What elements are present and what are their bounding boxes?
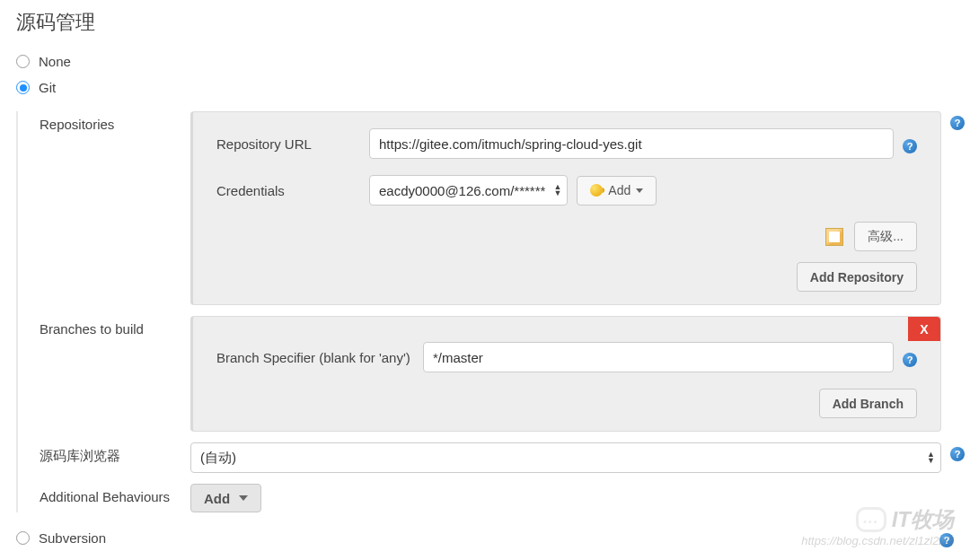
edit-icon[interactable]	[825, 228, 843, 246]
repo-browser-value: (自动)	[200, 450, 236, 467]
scm-option-none[interactable]: None	[0, 48, 970, 74]
radio-label-none: None	[39, 54, 71, 69]
select-arrows-icon: ▲▼	[927, 451, 935, 464]
branches-label: Branches to build	[40, 316, 181, 337]
repo-browser-row: 源码库浏览器 (自动) ▲▼ ?	[40, 442, 965, 473]
repository-panel: Repository URL ? Credentials eacdy0000@1…	[190, 111, 941, 305]
branch-panel: X Branch Specifier (blank for 'any') ? A…	[190, 316, 941, 432]
add-credentials-button[interactable]: Add	[577, 176, 657, 206]
repo-url-input[interactable]	[369, 128, 894, 159]
radio-label-git: Git	[39, 80, 56, 95]
key-icon	[590, 184, 603, 197]
select-arrows-icon: ▲▼	[553, 184, 561, 197]
caret-down-icon	[239, 495, 248, 501]
add-credentials-label: Add	[608, 183, 630, 197]
help-icon[interactable]: ?	[903, 139, 917, 153]
scm-option-git[interactable]: Git	[0, 74, 970, 101]
help-icon[interactable]: ?	[950, 116, 965, 130]
add-behaviour-button[interactable]: Add	[190, 484, 261, 512]
caret-down-icon	[636, 188, 643, 193]
credentials-value: eacdy0000@126.com/******	[379, 183, 545, 198]
repo-browser-label: 源码库浏览器	[40, 442, 181, 465]
advanced-button[interactable]: 高级...	[854, 222, 917, 251]
help-icon[interactable]: ?	[950, 447, 965, 461]
add-branch-button[interactable]: Add Branch	[819, 389, 917, 418]
repo-browser-select[interactable]: (自动) ▲▼	[190, 442, 941, 473]
repositories-label: Repositories	[40, 111, 181, 132]
add-behaviour-label: Add	[204, 491, 230, 506]
radio-icon	[16, 81, 30, 94]
repo-url-label: Repository URL	[216, 136, 360, 152]
radio-icon	[16, 531, 30, 545]
scm-option-subversion[interactable]: Subversion ?	[0, 523, 970, 553]
credentials-select[interactable]: eacdy0000@126.com/****** ▲▼	[369, 175, 568, 206]
remove-branch-button[interactable]: X	[908, 317, 940, 341]
additional-behaviours-label: Additional Behaviours	[40, 484, 181, 504]
repositories-row: Repositories Repository URL ? Credential…	[40, 111, 965, 305]
add-repository-button[interactable]: Add Repository	[797, 262, 917, 292]
help-icon[interactable]: ?	[939, 533, 954, 547]
radio-label-subversion: Subversion	[39, 530, 106, 546]
additional-behaviours-row: Additional Behaviours Add	[40, 484, 965, 512]
branch-specifier-label: Branch Specifier (blank for 'any')	[216, 350, 414, 365]
credentials-label: Credentials	[216, 183, 360, 198]
radio-icon	[16, 55, 30, 68]
branches-row: Branches to build X Branch Specifier (bl…	[40, 316, 965, 432]
section-title: 源码管理	[0, 0, 970, 48]
help-icon[interactable]: ?	[903, 353, 917, 367]
branch-specifier-input[interactable]	[423, 342, 894, 372]
